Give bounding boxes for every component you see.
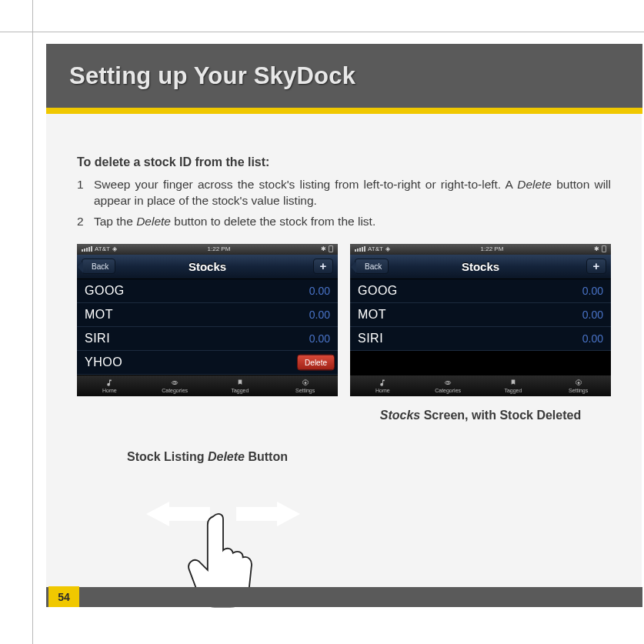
- step-number: 1: [77, 177, 94, 209]
- arrow-left-icon: [146, 502, 169, 526]
- stock-symbol: SIRI: [358, 332, 383, 345]
- stock-row[interactable]: MOT 0.00: [77, 303, 338, 327]
- stock-symbol: SIRI: [85, 332, 110, 345]
- screenshot-right-column: AT&T ◈ 1:22 PM ✱ Back Stocks +: [350, 244, 611, 464]
- stock-value: 0.00: [309, 332, 330, 345]
- status-time: 1:22 PM: [481, 245, 504, 252]
- stock-symbol: YHOO: [85, 355, 122, 369]
- tab-home[interactable]: Home: [77, 375, 142, 396]
- svg-point-3: [577, 382, 579, 384]
- screenshot-row: AT&T ◈ 1:22 PM ✱ Back Stocks +: [77, 244, 611, 464]
- music-note-icon: [378, 379, 387, 387]
- bluetooth-icon: ✱: [321, 245, 326, 252]
- status-time: 1:22 PM: [208, 245, 231, 252]
- instruction-step: 1 Sweep your finger across the stock's l…: [77, 177, 611, 209]
- header-band: Setting up Your SkyDock: [46, 44, 642, 108]
- accent-line: [46, 108, 642, 114]
- tab-categories[interactable]: XM Categories: [142, 375, 208, 396]
- svg-text:XM: XM: [446, 382, 450, 385]
- delete-button[interactable]: Delete: [297, 354, 335, 370]
- stock-row[interactable]: SIRI 0.00: [350, 327, 611, 351]
- nav-title: Stocks: [350, 260, 611, 273]
- tab-home[interactable]: Home: [350, 375, 415, 396]
- stock-list[interactable]: GOOG 0.00 MOT 0.00 SIRI 0.00: [350, 279, 611, 351]
- tab-tagged[interactable]: Tagged: [481, 375, 546, 396]
- tab-bar: Home XM Categories Tagged Settings: [350, 375, 611, 396]
- back-button[interactable]: Back: [355, 259, 389, 274]
- carrier-label: AT&T: [368, 245, 383, 252]
- horizontal-rule: [0, 32, 644, 32]
- battery-icon: [602, 245, 606, 252]
- tab-categories[interactable]: XM Categories: [415, 375, 481, 396]
- footer-band: 54: [46, 587, 642, 607]
- xm-icon: XM: [170, 379, 179, 387]
- xm-icon: XM: [443, 379, 452, 387]
- wifi-icon: ◈: [112, 245, 117, 252]
- tab-tagged[interactable]: Tagged: [208, 375, 273, 396]
- music-note-icon: [105, 379, 114, 387]
- caption-left: Stock Listing Delete Button: [77, 450, 338, 464]
- screenshot-left-column: AT&T ◈ 1:22 PM ✱ Back Stocks +: [77, 244, 338, 464]
- phone-screenshot-left: AT&T ◈ 1:22 PM ✱ Back Stocks +: [77, 244, 338, 396]
- stock-list[interactable]: GOOG 0.00 MOT 0.00 SIRI 0.00 YHOO: [77, 279, 338, 375]
- add-button[interactable]: +: [313, 259, 333, 274]
- back-button[interactable]: Back: [82, 259, 115, 274]
- stock-symbol: GOOG: [358, 284, 398, 298]
- add-button[interactable]: +: [586, 259, 606, 274]
- stock-symbol: MOT: [358, 308, 386, 322]
- stock-row[interactable]: GOOG 0.00: [350, 279, 611, 303]
- section-heading: To delete a stock ID from the list:: [77, 155, 611, 169]
- stock-value: 0.00: [309, 285, 330, 297]
- battery-icon: [329, 245, 333, 252]
- phone-screenshot-right: AT&T ◈ 1:22 PM ✱ Back Stocks +: [350, 244, 611, 396]
- stock-row[interactable]: YHOO Delete: [77, 351, 338, 375]
- carrier-label: AT&T: [95, 245, 110, 252]
- instruction-step: 2 Tap the Delete button to delete the st…: [77, 214, 611, 230]
- nav-bar: Back Stocks +: [350, 255, 611, 279]
- body-area: To delete a stock ID from the list: 1 Sw…: [46, 114, 642, 587]
- signal-icon: [82, 246, 92, 252]
- vertical-rule: [32, 0, 33, 644]
- svg-text:XM: XM: [173, 382, 177, 385]
- nav-bar: Back Stocks +: [77, 255, 338, 279]
- status-bar: AT&T ◈ 1:22 PM ✱: [77, 244, 338, 255]
- stock-value: 0.00: [582, 332, 603, 345]
- step-text: Tap the Delete button to delete the stoc…: [94, 214, 611, 230]
- stock-symbol: MOT: [85, 308, 113, 322]
- gear-icon: [301, 379, 310, 387]
- nav-title: Stocks: [77, 260, 338, 273]
- caption-right: Stocks Screen, with Stock Deleted: [350, 409, 611, 422]
- wifi-icon: ◈: [385, 245, 390, 252]
- tag-icon: [235, 379, 245, 387]
- stock-value: 0.00: [309, 309, 330, 321]
- stock-symbol: GOOG: [85, 284, 125, 298]
- stock-row[interactable]: MOT 0.00: [350, 303, 611, 327]
- gear-icon: [574, 379, 583, 387]
- status-bar: AT&T ◈ 1:22 PM ✱: [350, 244, 611, 255]
- bluetooth-icon: ✱: [594, 245, 599, 252]
- page-title: Setting up Your SkyDock: [69, 62, 355, 90]
- stock-value: 0.00: [582, 285, 603, 297]
- tab-settings[interactable]: Settings: [272, 375, 338, 396]
- step-number: 2: [77, 214, 94, 230]
- tab-bar: Home XM Categories Tagged Settings: [77, 375, 338, 396]
- stock-row[interactable]: SIRI 0.00: [77, 327, 338, 351]
- page-number: 54: [48, 586, 79, 607]
- tag-icon: [509, 379, 518, 387]
- instruction-list: 1 Sweep your finger across the stock's l…: [77, 177, 611, 230]
- swipe-arrows-icon: [146, 502, 300, 527]
- document-page: Setting up Your SkyDock To delete a stoc…: [0, 0, 644, 644]
- tab-settings[interactable]: Settings: [546, 375, 611, 396]
- signal-icon: [355, 246, 365, 252]
- stock-value: 0.00: [582, 309, 603, 321]
- step-text: Sweep your finger across the stock's lis…: [94, 177, 611, 209]
- arrow-right-icon: [277, 502, 300, 526]
- svg-point-1: [304, 382, 306, 384]
- stock-row[interactable]: GOOG 0.00: [77, 279, 338, 303]
